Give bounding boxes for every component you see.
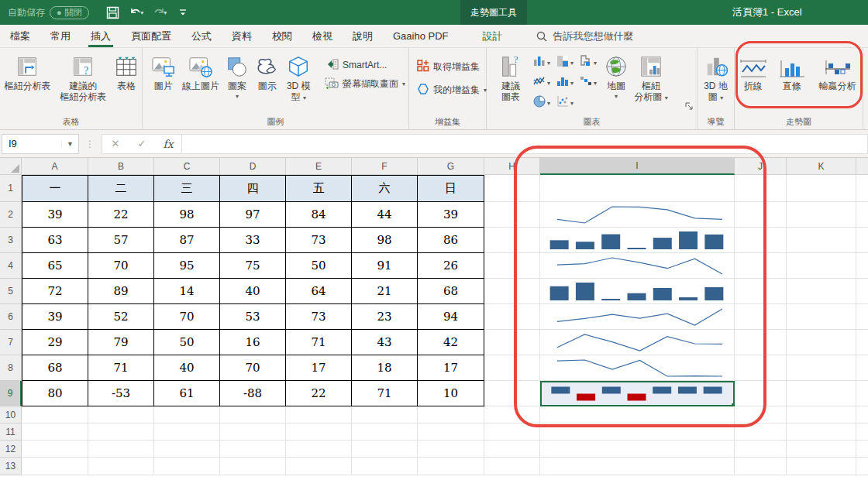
cell-F12[interactable]	[352, 441, 418, 458]
cell-partial11[interactable]	[856, 423, 868, 441]
sparkline-cell-I8[interactable]	[540, 355, 735, 381]
row-header-6[interactable]: 6	[0, 304, 22, 330]
tab-8[interactable]: 檢視	[302, 25, 343, 47]
cell-C3[interactable]: 87	[154, 228, 220, 253]
sparkline-cell-I6[interactable]	[540, 304, 735, 330]
cell-G4[interactable]: 26	[418, 253, 484, 279]
cell-H10[interactable]	[484, 406, 540, 423]
cell-K10[interactable]	[787, 406, 856, 423]
column-header-E[interactable]: E	[286, 158, 352, 175]
tab-2[interactable]: 常用	[40, 25, 81, 47]
name-box[interactable]: I9 ▼	[2, 134, 79, 154]
cell-B4[interactable]: 70	[88, 253, 154, 279]
charts-dialog-launcher[interactable]	[685, 100, 694, 114]
cell-J5[interactable]	[735, 279, 787, 304]
tab-10[interactable]: Gaaiho PDF	[383, 25, 459, 47]
cell-A7[interactable]: 29	[22, 330, 88, 355]
tab-9[interactable]: 說明	[343, 25, 383, 47]
customize-qat-button[interactable]	[173, 3, 193, 22]
cell-A12[interactable]	[22, 441, 88, 458]
cell-J8[interactable]	[735, 355, 787, 381]
cell-G12[interactable]	[418, 441, 484, 458]
cell-partial7[interactable]	[856, 330, 868, 355]
cell-H4[interactable]	[484, 253, 540, 279]
insert-hierarchy-chart-button[interactable]: ▾	[556, 55, 574, 70]
cell-K1[interactable]	[787, 175, 856, 202]
cell-D4[interactable]: 75	[220, 253, 286, 279]
cell-A6[interactable]: 39	[22, 304, 88, 330]
autosave-control[interactable]: 自動儲存 ●關閉	[8, 6, 89, 19]
insert-pie-chart-button[interactable]: ▾	[533, 95, 550, 111]
cell-B1[interactable]: 二	[88, 175, 154, 202]
cell-K5[interactable]	[787, 279, 856, 304]
cell-F1[interactable]: 六	[352, 175, 418, 202]
cell-G2[interactable]: 39	[418, 202, 484, 228]
context-tool-tab[interactable]: 走勢圖工具	[460, 0, 527, 25]
cell-H9[interactable]	[484, 381, 540, 406]
cell-H13[interactable]	[484, 458, 540, 475]
tab-5[interactable]: 公式	[181, 25, 222, 47]
cell-C11[interactable]	[154, 423, 220, 441]
cell-G5[interactable]: 68	[418, 279, 484, 304]
redo-button[interactable]: ▾	[150, 3, 170, 22]
cell-K13[interactable]	[787, 458, 856, 475]
cell-G3[interactable]: 86	[418, 228, 484, 253]
cell-I13[interactable]	[540, 458, 735, 475]
get-addins-button[interactable]: 取得增益集	[414, 57, 483, 76]
cell-D3[interactable]: 33	[220, 228, 286, 253]
cell-C7[interactable]: 50	[154, 330, 220, 355]
cell-partial10[interactable]	[856, 406, 868, 423]
cell-partial3[interactable]	[856, 228, 868, 253]
sparkline-cell-I3[interactable]	[540, 228, 735, 253]
cell-D6[interactable]: 53	[220, 304, 286, 330]
cell-I1[interactable]	[540, 175, 735, 202]
pivot-table-button[interactable]: 樞紐分析表	[0, 51, 55, 91]
cell-E7[interactable]: 71	[286, 330, 352, 355]
row-header-3[interactable]: 3	[0, 228, 22, 253]
cell-B9[interactable]: -53	[88, 381, 154, 406]
cell-C2[interactable]: 98	[154, 202, 220, 228]
cell-A11[interactable]	[22, 423, 88, 441]
cell-G10[interactable]	[418, 406, 484, 423]
insert-column-chart-button[interactable]: ▾	[533, 55, 550, 70]
cell-E13[interactable]	[286, 458, 352, 475]
cell-F4[interactable]: 91	[352, 253, 418, 279]
undo-button[interactable]: ▾	[126, 3, 146, 22]
cell-D5[interactable]: 40	[220, 279, 286, 304]
row-header-10[interactable]: 10	[0, 406, 22, 423]
row-header-4[interactable]: 4	[0, 253, 22, 279]
cell-C13[interactable]	[154, 458, 220, 475]
cell-F6[interactable]: 23	[352, 304, 418, 330]
cell-A2[interactable]: 39	[22, 202, 88, 228]
cell-A4[interactable]: 65	[22, 253, 88, 279]
cell-E11[interactable]	[286, 423, 352, 441]
row-header-11[interactable]: 11	[0, 423, 22, 441]
cell-C1[interactable]: 三	[154, 175, 220, 202]
row-header-8[interactable]: 8	[0, 355, 22, 381]
cell-E4[interactable]: 50	[286, 253, 352, 279]
cell-partial9[interactable]	[856, 381, 868, 406]
shapes-button[interactable]: 圖案 ▾	[222, 51, 253, 102]
cell-E6[interactable]: 73	[286, 304, 352, 330]
cell-H2[interactable]	[484, 202, 540, 228]
cell-F3[interactable]: 98	[352, 228, 418, 253]
maps-button[interactable]: 地圖 ▾	[601, 51, 631, 102]
cell-K4[interactable]	[787, 253, 856, 279]
name-box-caret-icon[interactable]: ▼	[61, 140, 78, 148]
sparkline-cell-I2[interactable]	[540, 202, 735, 228]
cell-partial5[interactable]	[856, 279, 868, 304]
3d-models-button[interactable]: 3D 模 型 ▾	[282, 51, 315, 104]
cell-E8[interactable]: 17	[286, 355, 352, 381]
tab-7[interactable]: 校閱	[262, 25, 302, 47]
cell-J12[interactable]	[735, 441, 787, 458]
tell-me-search[interactable]: 告訴我您想做什麼	[536, 25, 634, 47]
smartart-button[interactable]: SmartArt...	[322, 56, 408, 74]
cell-C8[interactable]: 40	[154, 355, 220, 381]
cell-partial1[interactable]	[856, 175, 868, 202]
sparkline-cell-I4[interactable]	[540, 253, 735, 279]
cell-B3[interactable]: 57	[88, 228, 154, 253]
cell-F9[interactable]: 71	[352, 381, 418, 406]
cell-D8[interactable]: 70	[220, 355, 286, 381]
cell-D9[interactable]: -88	[220, 381, 286, 406]
cell-J13[interactable]	[735, 458, 787, 475]
